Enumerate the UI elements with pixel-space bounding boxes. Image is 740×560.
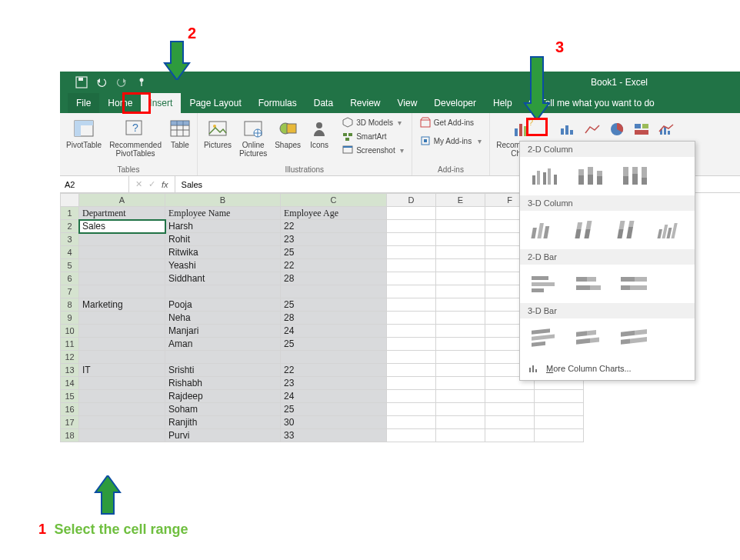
cell[interactable]: Siddhant xyxy=(165,272,281,285)
cell[interactable]: 33 xyxy=(281,429,387,442)
cell[interactable] xyxy=(165,285,281,298)
cell[interactable]: Soham xyxy=(165,403,281,416)
cancel-icon[interactable]: ✕ xyxy=(135,179,142,189)
cell[interactable]: 23 xyxy=(281,377,387,390)
cell[interactable] xyxy=(436,338,485,351)
row-header[interactable]: 16 xyxy=(61,403,79,416)
stacked-column-option[interactable] xyxy=(572,163,606,189)
cell[interactable] xyxy=(436,403,485,416)
cell[interactable] xyxy=(387,364,436,377)
cell[interactable] xyxy=(387,390,436,403)
cell[interactable]: 24 xyxy=(281,390,387,403)
screenshot-button[interactable]: Screenshot▾ xyxy=(339,144,407,156)
row-header[interactable]: 5 xyxy=(61,259,79,272)
cell[interactable] xyxy=(387,285,436,298)
my-addins-button[interactable]: My Add-ins▾ xyxy=(417,135,485,147)
more-column-charts-link[interactable]: More Column Charts... xyxy=(520,357,695,380)
cell-active[interactable]: Sales xyxy=(79,220,165,233)
cell[interactable] xyxy=(387,351,436,364)
cell[interactable]: Rohit xyxy=(165,233,281,246)
cell[interactable] xyxy=(387,325,436,338)
undo-icon[interactable] xyxy=(95,76,108,88)
cell[interactable]: Ritwika xyxy=(165,246,281,259)
row-header[interactable]: 1 xyxy=(61,207,79,220)
table-button[interactable]: Table xyxy=(168,116,192,151)
shapes-button[interactable]: Shapes xyxy=(273,116,302,151)
3d-100-stacked-bar-option[interactable] xyxy=(617,325,651,351)
cell[interactable] xyxy=(387,403,436,416)
cell[interactable] xyxy=(79,246,165,259)
cell[interactable] xyxy=(485,390,535,403)
cell[interactable] xyxy=(436,325,485,338)
cell[interactable] xyxy=(535,390,584,403)
cell[interactable]: 22 xyxy=(281,364,387,377)
cell[interactable]: Ranjith xyxy=(165,416,281,429)
cell[interactable] xyxy=(436,233,485,246)
row-header[interactable]: 10 xyxy=(61,325,79,338)
cell[interactable] xyxy=(485,416,535,429)
tab-home[interactable]: Home xyxy=(99,93,141,113)
row-header[interactable]: 3 xyxy=(61,233,79,246)
col-header-d[interactable]: D xyxy=(387,194,436,207)
cell[interactable]: Neha xyxy=(165,312,281,325)
cell[interactable]: Rishabh xyxy=(165,377,281,390)
col-header-e[interactable]: E xyxy=(436,194,485,207)
clustered-bar-option[interactable] xyxy=(528,271,562,297)
cell[interactable] xyxy=(436,246,485,259)
row-header[interactable]: 11 xyxy=(61,338,79,351)
row-header[interactable]: 4 xyxy=(61,246,79,259)
cell[interactable]: Employee Name xyxy=(165,207,281,220)
cell[interactable]: 30 xyxy=(281,416,387,429)
cell[interactable]: IT xyxy=(79,364,165,377)
cell[interactable] xyxy=(436,377,485,390)
cell[interactable] xyxy=(79,377,165,390)
3d-stacked-column-option[interactable] xyxy=(570,217,602,243)
cell[interactable]: 25 xyxy=(281,298,387,312)
cell[interactable]: 25 xyxy=(281,246,387,259)
redo-icon[interactable] xyxy=(115,76,128,88)
row-header[interactable]: 14 xyxy=(61,377,79,390)
3d-clustered-column-option[interactable] xyxy=(528,217,559,243)
tab-review[interactable]: Review xyxy=(342,93,388,113)
cell[interactable] xyxy=(436,259,485,272)
cell[interactable] xyxy=(79,390,165,403)
cell[interactable]: Purvi xyxy=(165,429,281,442)
pictures-button[interactable]: Pictures xyxy=(202,116,233,151)
fx-icon[interactable]: fx xyxy=(162,180,168,189)
cell[interactable]: Employee Age xyxy=(281,207,387,220)
cell[interactable] xyxy=(387,233,436,246)
save-icon[interactable] xyxy=(75,76,88,88)
cell[interactable] xyxy=(436,390,485,403)
cell[interactable]: 25 xyxy=(281,338,387,351)
cell[interactable] xyxy=(485,429,535,442)
cell[interactable] xyxy=(387,298,436,312)
row-header[interactable]: 15 xyxy=(61,390,79,403)
cell[interactable] xyxy=(79,403,165,416)
recommended-pivottables-button[interactable]: ? Recommended PivotTables xyxy=(108,116,163,159)
tab-formulas[interactable]: Formulas xyxy=(250,93,305,113)
cell[interactable] xyxy=(387,377,436,390)
row-header[interactable]: 7 xyxy=(61,285,79,298)
cell[interactable] xyxy=(79,429,165,442)
tab-insert[interactable]: Insert xyxy=(141,93,181,113)
insert-column-chart-button[interactable] xyxy=(558,121,578,138)
name-box[interactable]: A2 xyxy=(60,176,129,192)
row-header[interactable]: 18 xyxy=(61,429,79,442)
cell[interactable] xyxy=(387,338,436,351)
tab-data[interactable]: Data xyxy=(305,93,342,113)
cell[interactable]: 23 xyxy=(281,233,387,246)
enter-icon[interactable]: ✓ xyxy=(148,179,155,189)
row-header[interactable]: 12 xyxy=(61,351,79,364)
cell[interactable] xyxy=(79,325,165,338)
col-header-b[interactable]: B xyxy=(165,194,281,207)
icons-button[interactable]: Icons xyxy=(307,116,332,151)
100-stacked-column-option[interactable] xyxy=(617,163,651,189)
cell[interactable]: Srishti xyxy=(165,364,281,377)
insert-pie-chart-button[interactable] xyxy=(607,121,627,138)
tab-developer[interactable]: Developer xyxy=(425,93,485,113)
row-header[interactable]: 8 xyxy=(61,298,79,312)
cell[interactable] xyxy=(387,259,436,272)
cell[interactable] xyxy=(79,416,165,429)
cell[interactable]: 28 xyxy=(281,312,387,325)
pivottable-button[interactable]: PivotTable xyxy=(65,116,103,151)
